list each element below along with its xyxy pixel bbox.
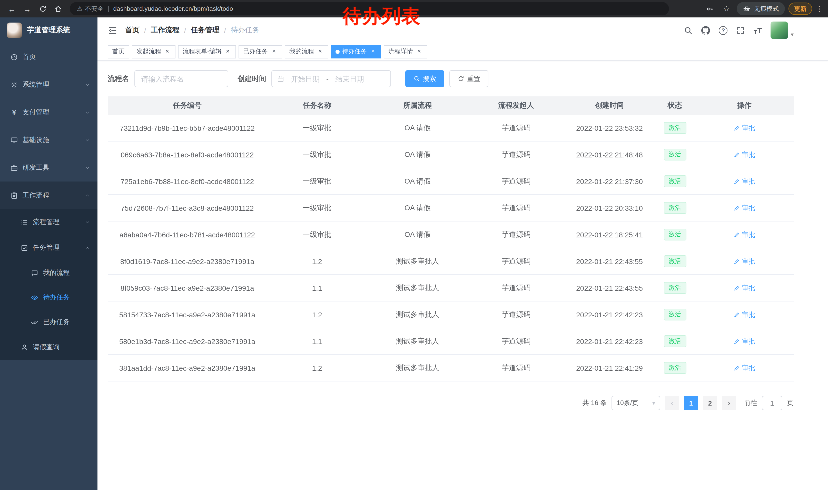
fullscreen-icon[interactable] [736,26,745,35]
search-button[interactable]: 搜索 [405,70,444,87]
tab-todo-tasks[interactable]: 待办任务 × [331,45,381,58]
approve-link[interactable]: 审批 [734,123,755,133]
close-icon[interactable]: × [317,48,324,55]
sidebar-item-system[interactable]: 系统管理 [0,71,97,98]
sidebar-collapse-icon[interactable] [108,26,118,35]
chevron-up-icon [85,192,90,198]
app-logo[interactable]: 芋道管理系统 [0,17,97,43]
close-icon[interactable]: × [271,48,278,55]
next-page-button[interactable]: › [722,396,736,410]
tab-process-detail[interactable]: 流程详情 × [384,45,427,58]
search-icon[interactable] [684,26,693,35]
update-button[interactable]: 更新 [788,3,812,15]
security-label[interactable]: 不安全 [85,4,104,13]
approve-label: 审批 [742,177,755,186]
github-icon[interactable] [701,26,710,35]
close-icon[interactable]: × [369,48,377,55]
process-name-input[interactable] [134,70,228,87]
task-name: 一级审批 [267,141,367,168]
incognito-icon [743,5,750,12]
approve-link[interactable]: 审批 [734,230,755,239]
list-icon [20,218,28,226]
monitor-icon [10,136,18,144]
sidebar-item-label: 首页 [23,52,90,61]
column-header: 状态 [655,96,695,115]
sidebar-item-leave-query[interactable]: 请假查询 [0,334,97,360]
approve-link[interactable]: 审批 [734,310,755,319]
goto-page-input[interactable] [762,396,782,410]
task-id: a6aba0a4-7b6d-11ec-b781-acde48001122 [108,221,267,248]
breadcrumb-item-home[interactable]: 首页 [125,26,139,35]
close-icon[interactable]: × [416,48,423,55]
browser-menu-icon[interactable]: ⋮ [816,5,823,13]
task-initiator: 芋道源码 [468,141,564,168]
edit-icon [734,151,740,158]
page-size-select[interactable]: 10条/页 ▾ [612,396,660,410]
close-icon[interactable]: × [164,48,171,55]
total-count: 共 16 条 [583,398,607,408]
task-created: 2022-01-21 22:42:23 [564,301,655,328]
user-menu[interactable]: ▾ [771,21,794,39]
breadcrumb-item-workflow[interactable]: 工作流程 [151,26,179,35]
end-date-input[interactable] [331,75,369,83]
task-icon [20,244,28,251]
task-process: 测试多审批人 [367,248,468,275]
sidebar-item-my-process[interactable]: 我的流程 [0,261,97,285]
task-name: 1.1 [267,328,367,355]
breadcrumb-item-task-management[interactable]: 任务管理 [191,26,219,35]
sidebar-item-label: 我的流程 [43,268,90,277]
help-icon[interactable]: ? [719,26,728,35]
key-icon[interactable] [703,2,716,15]
prev-page-button[interactable]: ‹ [665,396,679,410]
home-icon[interactable] [51,2,65,15]
status-badge: 激活 [664,175,686,187]
sidebar-item-devtools[interactable]: 研发工具 [0,154,97,182]
approve-link[interactable]: 审批 [734,203,755,213]
tab-my-process[interactable]: 我的流程 × [285,45,328,58]
tab-process-form-edit[interactable]: 流程表单-编辑 × [178,45,236,58]
tab-start-process[interactable]: 发起流程 × [132,45,175,58]
sidebar-item-infrastructure[interactable]: 基础设施 [0,126,97,154]
approve-link[interactable]: 审批 [734,177,755,186]
page-button-1[interactable]: 1 [684,396,698,410]
toolbox-icon [10,164,18,172]
task-initiator: 芋道源码 [468,194,564,221]
page-url[interactable]: dashboard.yudao.iocoder.cn/bpm/task/todo [113,5,233,12]
sidebar-item-done-tasks[interactable]: 已办任务 [0,310,97,334]
caret-down-icon: ▾ [652,400,655,406]
page-button-2[interactable]: 2 [703,396,717,410]
approve-label: 审批 [742,123,755,133]
forward-icon[interactable]: → [20,2,34,15]
approve-link[interactable]: 审批 [734,150,755,159]
column-header: 所属流程 [367,96,468,115]
approve-link[interactable]: 审批 [734,336,755,346]
tab-done-tasks[interactable]: 已办任务 × [239,45,282,58]
status-badge: 激活 [664,229,686,240]
close-icon[interactable]: × [224,48,232,55]
sidebar-item-label: 研发工具 [23,163,80,172]
sidebar-item-home[interactable]: 首页 [0,43,97,71]
font-size-icon[interactable]: TT [754,26,762,35]
approve-label: 审批 [742,230,755,239]
sidebar-item-todo-tasks[interactable]: 待办任务 [0,285,97,310]
reset-button[interactable]: 重置 [449,70,488,87]
back-icon[interactable]: ← [5,2,18,15]
sidebar-item-task-management[interactable]: 任务管理 [0,235,97,261]
start-date-input[interactable] [286,75,324,83]
table-row: 8f0d1619-7ac8-11ec-a9e2-a2380e71991a 1.2… [108,248,794,275]
reload-icon[interactable] [36,2,49,15]
approve-link[interactable]: 审批 [734,363,755,372]
bookmark-star-icon[interactable]: ☆ [720,2,733,15]
app-title: 芋道管理系统 [27,26,70,35]
date-range-picker[interactable]: - [272,70,391,87]
sidebar-item-payment[interactable]: ¥ 支付管理 [0,98,97,126]
approve-link[interactable]: 审批 [734,257,755,266]
tab-home[interactable]: 首页 [108,45,129,58]
approve-link[interactable]: 审批 [734,283,755,292]
sidebar-item-process-management[interactable]: 流程管理 [0,209,97,235]
sidebar: 芋道管理系统 首页 系统管理 ¥ 支付管理 基础设施 [0,17,97,490]
edit-icon [734,338,740,344]
sidebar-item-workflow[interactable]: 工作流程 [0,182,97,209]
task-name: 1.2 [267,248,367,275]
task-process: 测试多审批人 [367,275,468,301]
